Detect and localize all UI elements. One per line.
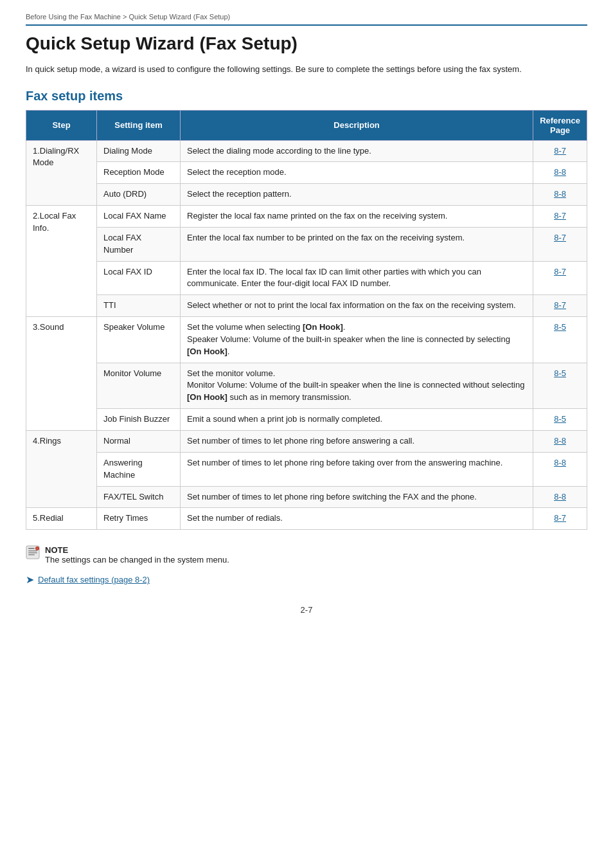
cell-description: Set number of times to let phone ring be… bbox=[181, 452, 533, 486]
cell-ref[interactable]: 8-7 bbox=[533, 140, 587, 162]
cell-description: Set number of times to let phone ring be… bbox=[181, 431, 533, 453]
cell-setting: Dialing Mode bbox=[97, 140, 181, 162]
svg-rect-3 bbox=[28, 552, 37, 554]
cell-setting: FAX/TEL Switch bbox=[97, 486, 181, 508]
cell-ref[interactable]: 8-8 bbox=[533, 162, 587, 184]
cell-setting: TTI bbox=[97, 295, 181, 317]
table-row: 3.SoundSpeaker VolumeSet the volume when… bbox=[26, 317, 587, 363]
cell-description: Set the number of redials. bbox=[181, 508, 533, 530]
table-row: 5.RedialRetry TimesSet the number of red… bbox=[26, 508, 587, 530]
cell-ref[interactable]: 8-7 bbox=[533, 206, 587, 228]
cell-setting: Speaker Volume bbox=[97, 317, 181, 363]
cell-description: Set the monitor volume.Monitor Volume: V… bbox=[181, 363, 533, 409]
intro-text: In quick setup mode, a wizard is used to… bbox=[26, 63, 587, 76]
cell-step: 1.Dialing/RX Mode bbox=[26, 140, 97, 206]
cell-ref[interactable]: 8-8 bbox=[533, 431, 587, 453]
cell-setting: Auto (DRD) bbox=[97, 184, 181, 206]
col-header-description: Description bbox=[181, 110, 533, 140]
cell-setting: Retry Times bbox=[97, 508, 181, 530]
cell-description: Register the local fax name printed on t… bbox=[181, 206, 533, 228]
table-row: 4.RingsNormalSet number of times to let … bbox=[26, 431, 587, 453]
cell-description: Select the reception mode. bbox=[181, 162, 533, 184]
table-row: TTISelect whether or not to print the lo… bbox=[26, 295, 587, 317]
table-row: Job Finish BuzzerEmit a sound when a pri… bbox=[26, 409, 587, 431]
table-row: Reception ModeSelect the reception mode.… bbox=[26, 162, 587, 184]
cell-ref[interactable]: 8-8 bbox=[533, 184, 587, 206]
note-label: NOTE bbox=[45, 545, 229, 555]
cell-description: Select the dialing mode according to the… bbox=[181, 140, 533, 162]
cell-ref[interactable]: 8-7 bbox=[533, 508, 587, 530]
cell-step: 3.Sound bbox=[26, 317, 97, 431]
table-row: 2.Local Fax Info.Local FAX NameRegister … bbox=[26, 206, 587, 228]
cell-description: Select the reception pattern. bbox=[181, 184, 533, 206]
fax-setup-table: Step Setting item Description ReferenceP… bbox=[26, 110, 587, 530]
svg-text:!: ! bbox=[37, 547, 37, 550]
cell-step: 2.Local Fax Info. bbox=[26, 206, 97, 317]
breadcrumb: Before Using the Fax Machine > Quick Set… bbox=[26, 13, 587, 26]
cell-description: Enter the local fax number to be printed… bbox=[181, 227, 533, 261]
cell-description: Select whether or not to print the local… bbox=[181, 295, 533, 317]
note-text: The settings can be changed in the syste… bbox=[45, 555, 229, 565]
cell-setting: Local FAX Name bbox=[97, 206, 181, 228]
cell-ref[interactable]: 8-7 bbox=[533, 227, 587, 261]
col-header-ref: ReferencePage bbox=[533, 110, 587, 140]
see-also-link[interactable]: Default fax settings (page 8-2) bbox=[38, 575, 150, 584]
page-number: 2-7 bbox=[26, 605, 587, 615]
section-title: Fax setup items bbox=[26, 89, 587, 104]
cell-step: 4.Rings bbox=[26, 431, 97, 508]
arrow-icon: ➤ bbox=[26, 574, 34, 586]
cell-ref[interactable]: 8-8 bbox=[533, 486, 587, 508]
note-box: ! NOTE The settings can be changed in th… bbox=[26, 545, 587, 565]
cell-ref[interactable]: 8-7 bbox=[533, 261, 587, 295]
table-row: Local FAX IDEnter the local fax ID. The … bbox=[26, 261, 587, 295]
cell-step: 5.Redial bbox=[26, 508, 97, 530]
note-icon: ! bbox=[26, 545, 40, 559]
col-header-step: Step bbox=[26, 110, 97, 140]
table-row: Local FAX NumberEnter the local fax numb… bbox=[26, 227, 587, 261]
table-row: FAX/TEL SwitchSet number of times to let… bbox=[26, 486, 587, 508]
table-row: Auto (DRD)Select the reception pattern.8… bbox=[26, 184, 587, 206]
cell-description: Enter the local fax ID. The local fax ID… bbox=[181, 261, 533, 295]
cell-ref[interactable]: 8-5 bbox=[533, 317, 587, 363]
cell-ref[interactable]: 8-5 bbox=[533, 409, 587, 431]
cell-setting: Answering Machine bbox=[97, 452, 181, 486]
cell-description: Set number of times to let phone ring be… bbox=[181, 486, 533, 508]
cell-setting: Reception Mode bbox=[97, 162, 181, 184]
table-row: Monitor VolumeSet the monitor volume.Mon… bbox=[26, 363, 587, 409]
cell-setting: Monitor Volume bbox=[97, 363, 181, 409]
cell-setting: Normal bbox=[97, 431, 181, 453]
cell-setting: Local FAX ID bbox=[97, 261, 181, 295]
cell-ref[interactable]: 8-8 bbox=[533, 452, 587, 486]
cell-setting: Job Finish Buzzer bbox=[97, 409, 181, 431]
cell-description: Set the volume when selecting [On Hook].… bbox=[181, 317, 533, 363]
page-title: Quick Setup Wizard (Fax Setup) bbox=[26, 33, 587, 54]
svg-rect-1 bbox=[28, 548, 35, 549]
cell-description: Emit a sound when a print job is normall… bbox=[181, 409, 533, 431]
svg-rect-2 bbox=[28, 550, 37, 552]
col-header-setting: Setting item bbox=[97, 110, 181, 140]
see-also[interactable]: ➤ Default fax settings (page 8-2) bbox=[26, 574, 587, 586]
cell-ref[interactable]: 8-7 bbox=[533, 295, 587, 317]
svg-rect-4 bbox=[28, 554, 35, 556]
cell-setting: Local FAX Number bbox=[97, 227, 181, 261]
cell-ref[interactable]: 8-5 bbox=[533, 363, 587, 409]
table-row: 1.Dialing/RX ModeDialing ModeSelect the … bbox=[26, 140, 587, 162]
table-row: Answering MachineSet number of times to … bbox=[26, 452, 587, 486]
